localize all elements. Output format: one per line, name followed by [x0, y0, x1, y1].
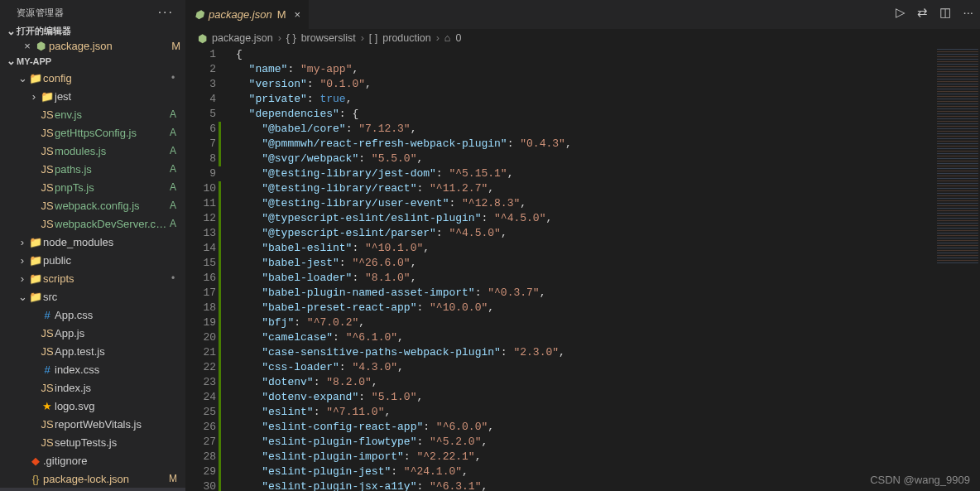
tree-item-label: index.css	[55, 363, 167, 376]
json-icon: ⬢	[198, 32, 207, 45]
folder-row[interactable]: ›📁node_modules	[0, 233, 185, 251]
code-line: "camelcase": "^6.1.0",	[236, 330, 932, 345]
project-section[interactable]: ⌄ MY-APP	[0, 53, 185, 69]
file-row[interactable]: JSwebpackDevServer.config.jsA	[0, 214, 185, 233]
run-icon[interactable]: ▷	[896, 5, 906, 20]
js-icon: JS	[40, 145, 55, 157]
file-row[interactable]: JSgetHttpsConfig.jsA	[0, 123, 185, 142]
open-editors-section[interactable]: ⌄ 打开的编辑器	[0, 23, 185, 39]
code-line: "@testing-library/user-event": "^12.8.3"…	[236, 196, 932, 211]
tree-item-label: webpack.config.js	[55, 200, 167, 212]
tree-item-label: App.test.js	[55, 345, 167, 358]
breadcrumb-seg3: production	[382, 32, 430, 44]
file-row[interactable]: JSsetupTests.js	[0, 433, 185, 451]
line-number: 11	[186, 196, 216, 211]
code-line: "eslint-config-react-app": "^6.0.0",	[236, 420, 932, 435]
file-label: package.json	[49, 40, 113, 52]
line-number: 20	[186, 330, 216, 345]
line-number: 29	[186, 465, 216, 479]
file-row[interactable]: JSenv.jsA	[0, 105, 185, 123]
file-row[interactable]: JSreportWebVitals.js	[0, 415, 185, 433]
file-tree: ⌄📁config•›📁jestJSenv.jsAJSgetHttpsConfig…	[0, 69, 185, 491]
close-icon[interactable]: ×	[22, 40, 33, 52]
code-editor[interactable]: 1234567891011121314151617181920212223242…	[186, 47, 980, 491]
git-status: A	[167, 218, 179, 229]
more-actions-icon[interactable]: ···	[158, 5, 179, 20]
file-row[interactable]: JSpaths.jsA	[0, 160, 185, 178]
close-icon[interactable]: ×	[291, 8, 300, 21]
folder-green-icon: 📁	[28, 291, 43, 303]
file-row[interactable]: #App.css	[0, 306, 185, 324]
code-line: "babel-eslint": "^10.1.0",	[236, 241, 932, 256]
breadcrumb-seg4: 0	[455, 32, 461, 44]
code-line: "bfj": "^7.0.2",	[236, 315, 932, 330]
tree-item-label: modules.js	[55, 145, 167, 157]
folder-row[interactable]: ⌄📁config•	[0, 69, 185, 87]
array-icon: [ ]	[369, 32, 377, 44]
open-editor-item[interactable]: ×⬢package.jsonM	[0, 39, 185, 53]
tree-item-label: src	[43, 291, 167, 303]
tree-item-label: .gitignore	[43, 455, 167, 467]
file-row[interactable]: JSpnpTs.jsA	[0, 178, 185, 196]
tree-item-label: paths.js	[55, 163, 167, 176]
chevron-right-icon: ›	[17, 236, 28, 248]
line-number: 19	[186, 315, 216, 330]
line-number: 9	[186, 166, 216, 181]
folder-row[interactable]: ›📁scripts•	[0, 269, 185, 287]
split-editor-icon[interactable]: ◫	[939, 5, 951, 20]
code-line: "@testing-library/jest-dom": "^5.15.1",	[236, 166, 932, 181]
minimap-content	[937, 49, 978, 264]
svg-icon: ★	[40, 400, 55, 412]
minimap[interactable]	[932, 47, 980, 491]
folder-blue-icon: 📁	[28, 254, 43, 267]
chevron-right-icon: ›	[17, 272, 28, 285]
css-icon: #	[40, 309, 55, 321]
code-line: "eslint-plugin-jsx-a11y": "^6.3.1",	[236, 479, 932, 491]
git-status: M	[167, 473, 179, 484]
line-number: 14	[186, 241, 216, 256]
explorer-title: 资源管理器	[17, 7, 64, 19]
code-line: "eslint-plugin-import": "^2.22.1",	[236, 450, 932, 465]
folder-row[interactable]: ⌄📁src	[0, 287, 185, 306]
code-line: "css-loader": "4.3.0",	[236, 360, 932, 375]
more-icon[interactable]: ···	[963, 5, 973, 20]
file-row[interactable]: ⬢package.jsonM	[0, 488, 185, 491]
code-line: "dotenv-expand": "5.1.0",	[236, 390, 932, 405]
line-number: 16	[186, 271, 216, 286]
chevron-right-icon: ›	[28, 90, 40, 103]
tree-item-label: package-lock.json	[43, 473, 167, 485]
compare-icon[interactable]: ⇄	[917, 5, 928, 20]
folder-icon: 📁	[40, 90, 55, 103]
code-line: "@typescript-eslint/eslint-plugin": "^4.…	[236, 211, 932, 226]
folder-row[interactable]: ›📁public	[0, 251, 185, 269]
file-row[interactable]: JSmodules.jsA	[0, 142, 185, 160]
code-content[interactable]: { "name": "my-app", "version": "0.1.0", …	[224, 47, 932, 491]
js-icon: JS	[40, 181, 55, 194]
file-row[interactable]: ★logo.svg	[0, 397, 185, 415]
js-icon: JS	[40, 200, 55, 212]
file-row[interactable]: JSApp.js	[0, 324, 185, 342]
folder-row[interactable]: ›📁jest	[0, 87, 185, 105]
file-row[interactable]: JSwebpack.config.jsA	[0, 196, 185, 214]
chevron-down-icon: ⌄	[5, 55, 17, 67]
file-row[interactable]: JSApp.test.js	[0, 342, 185, 360]
line-number: 28	[186, 450, 216, 465]
git-status: A	[167, 127, 179, 138]
tree-item-label: webpackDevServer.config.js	[55, 218, 167, 230]
tab-package-json[interactable]: ⬢ package.json M ×	[186, 0, 310, 29]
code-line: "babel-preset-react-app": "^10.0.0",	[236, 301, 932, 315]
file-row[interactable]: {}package-lock.jsonM	[0, 469, 185, 488]
file-row[interactable]: JSindex.js	[0, 378, 185, 397]
code-line: "version": "0.1.0",	[236, 77, 932, 92]
git-status: A	[167, 181, 179, 193]
file-row[interactable]: ◆.gitignore	[0, 451, 185, 469]
line-number: 27	[186, 435, 216, 450]
code-line: {	[236, 47, 932, 62]
breadcrumb[interactable]: ⬢ package.json › { } browserslist › [ ] …	[186, 29, 980, 47]
js-icon: JS	[40, 108, 55, 121]
file-row[interactable]: #index.css	[0, 360, 185, 378]
code-line: "@testing-library/react": "^11.2.7",	[236, 181, 932, 196]
code-line: "case-sensitive-paths-webpack-plugin": "…	[236, 345, 932, 360]
js-icon: JS	[40, 163, 55, 176]
tree-item-label: App.js	[55, 327, 167, 339]
